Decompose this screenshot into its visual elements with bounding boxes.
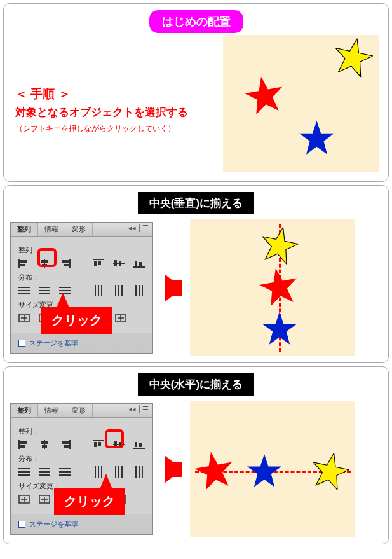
arrow-right-icon (165, 274, 182, 302)
distribute-left-button[interactable] (93, 286, 104, 295)
align-top-button[interactable] (93, 440, 104, 449)
star-blue-icon (247, 454, 281, 487)
checkbox-icon (18, 340, 25, 347)
align-left-button[interactable] (18, 440, 30, 449)
align-vertical-center-button[interactable] (113, 259, 125, 268)
canvas-initial (223, 35, 379, 172)
distribute-vcenter-button[interactable] (39, 467, 50, 476)
align-left-button[interactable] (18, 259, 30, 268)
distribute-top-button[interactable] (18, 467, 30, 476)
align-top-button[interactable] (93, 259, 104, 268)
align-vertical-center-button[interactable] (113, 440, 125, 449)
align-bottom-button[interactable] (133, 440, 145, 449)
panel-tabs: 整列 情報 変形 ◂◂ │☰ (11, 223, 152, 237)
panel-collapse-icon[interactable]: ◂◂ │☰ (125, 223, 152, 236)
distribute-hcenter-button[interactable] (113, 286, 125, 295)
match-height-button[interactable] (39, 495, 50, 504)
tab-align[interactable]: 整列 (11, 404, 38, 417)
label-align: 整列： (18, 427, 145, 436)
callout-click: クリック (41, 307, 112, 334)
stage-check-label: ステージを基準 (29, 338, 78, 348)
procedure-header: ＜ 手順 ＞ (15, 86, 188, 102)
align-bottom-button[interactable] (133, 259, 145, 268)
section-3-title: 中央(水平)に揃える (138, 373, 254, 396)
label-align: 整列： (18, 245, 145, 255)
procedure-line1: 対象となるオブジェクトを選択する (15, 105, 188, 120)
tab-transform[interactable]: 変形 (65, 223, 93, 236)
star-yellow-icon (331, 34, 376, 78)
star-red-icon (192, 448, 236, 492)
star-yellow-icon (258, 224, 301, 266)
callout-click: クリック (54, 488, 125, 515)
distribute-hcenter-button[interactable] (113, 467, 125, 476)
canvas-horizontal-result (190, 401, 355, 537)
canvas-vertical-result (190, 219, 355, 356)
star-yellow-icon (309, 450, 352, 492)
section-1-initial-layout: はじめの配置 ＜ 手順 ＞ 対象となるオブジェクトを選択する （シフトキーを押し… (3, 3, 389, 182)
align-panel: 整列 情報 変形 ◂◂ │☰ 整列： 分布： (10, 222, 153, 354)
star-blue-icon (262, 312, 297, 345)
stage-reference-checkbox[interactable]: ステージを基準 (11, 514, 152, 534)
panel-collapse-icon[interactable]: ◂◂ │☰ (125, 404, 152, 417)
section-1-title: はじめの配置 (149, 10, 243, 33)
match-width-button[interactable] (18, 495, 30, 504)
align-right-button[interactable] (59, 440, 71, 449)
align-panel: 整列 情報 変形 ◂◂ │☰ 整列： 分布： (10, 403, 153, 535)
distribute-right-button[interactable] (133, 286, 145, 295)
match-width-button[interactable] (18, 314, 30, 322)
distribute-bottom-button[interactable] (59, 467, 71, 476)
distribute-vcenter-button[interactable] (39, 286, 50, 295)
stage-check-label: ステージを基準 (29, 520, 78, 529)
procedure-line2: （シフトキーを押しながらクリックしていく） (15, 123, 188, 134)
star-blue-icon (299, 121, 334, 155)
align-horizontal-center-button[interactable] (39, 259, 50, 268)
section-2-align-vertical-center: 中央(垂直)に揃える 整列 情報 変形 ◂◂ │☰ 整列： (3, 185, 389, 363)
align-right-button[interactable] (59, 259, 71, 268)
arrow-right-icon (165, 455, 182, 483)
align-horizontal-center-button[interactable] (39, 440, 50, 449)
tab-info[interactable]: 情報 (38, 404, 65, 417)
section-2-title: 中央(垂直)に揃える (138, 192, 254, 214)
tab-info[interactable]: 情報 (38, 223, 65, 236)
distribute-right-button[interactable] (133, 467, 145, 476)
star-red-icon (257, 265, 301, 308)
procedure-text: ＜ 手順 ＞ 対象となるオブジェクトを選択する （シフトキーを押しながらクリック… (15, 86, 188, 134)
section-3-align-horizontal-center: 中央(水平)に揃える 整列 情報 変形 ◂◂ │☰ 整列： (3, 366, 389, 544)
distribute-top-button[interactable] (18, 286, 30, 295)
checkbox-icon (18, 521, 25, 528)
space-vertical-button[interactable] (115, 314, 126, 322)
tab-align[interactable]: 整列 (11, 223, 38, 236)
label-distribute: 分布： (18, 273, 145, 282)
star-red-icon (242, 73, 286, 116)
tab-transform[interactable]: 変形 (65, 404, 93, 417)
stage-reference-checkbox[interactable]: ステージを基準 (11, 333, 152, 353)
label-distribute: 分布： (18, 454, 145, 464)
